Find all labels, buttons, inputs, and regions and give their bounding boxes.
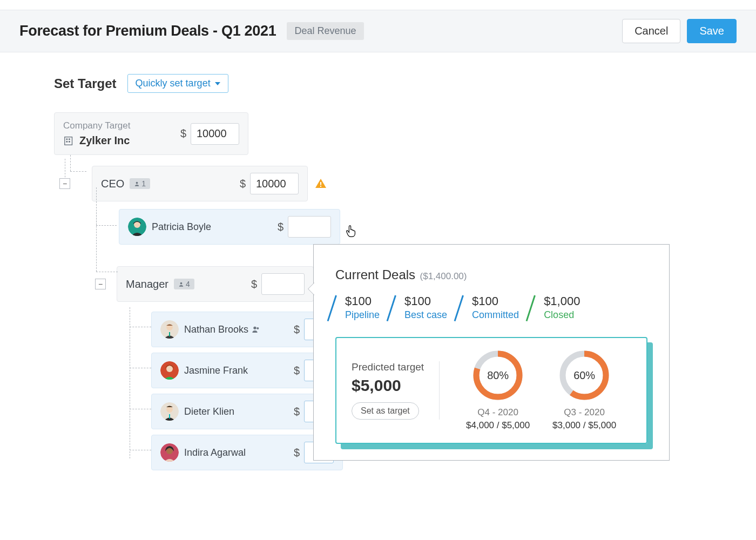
page-header: Forecast for Premium Deals - Q1 2021 Dea… xyxy=(0,10,756,52)
avatar xyxy=(128,218,146,236)
currency-symbol: $ xyxy=(294,406,300,418)
svg-point-15 xyxy=(256,327,259,329)
user-name: Dieter Klien xyxy=(184,406,234,417)
building-icon xyxy=(63,135,75,147)
currency-symbol: $ xyxy=(240,178,246,190)
predicted-value: $5,000 xyxy=(352,376,401,395)
warning-icon xyxy=(314,177,327,190)
stage-value: $100 xyxy=(404,294,447,308)
gauge-donut: 80% xyxy=(473,350,523,401)
svg-point-17 xyxy=(166,366,173,372)
popover-arrow-icon xyxy=(308,282,315,295)
chevron-down-icon xyxy=(215,82,220,85)
manager-count: 4 xyxy=(186,280,190,288)
avatar xyxy=(160,320,179,339)
stage-value: $1,000 xyxy=(544,294,580,308)
people-icon xyxy=(252,325,260,334)
stage-name: Committed xyxy=(472,309,519,321)
manager-count-chip: 4 xyxy=(174,279,194,289)
stage-name: Pipeline xyxy=(345,309,380,321)
quickly-set-target-label: Quickly set target xyxy=(136,78,211,89)
currency-symbol: $ xyxy=(294,323,300,336)
stage-name: Closed xyxy=(544,309,580,321)
stage-slash-icon xyxy=(526,295,536,321)
stage-slash-icon xyxy=(327,295,337,321)
company-target-card: Company Target Zylker Inc $ xyxy=(54,112,248,155)
user-name: Indira Agarwal xyxy=(184,447,246,458)
collapse-toggle-manager[interactable]: − xyxy=(95,279,106,289)
popover-total: ($1,400.00) xyxy=(420,271,467,281)
current-deals-popover: Current Deals ($1,400.00) $100 Pipeline … xyxy=(313,244,670,461)
currency-symbol: $ xyxy=(278,221,284,233)
svg-rect-1 xyxy=(66,138,68,140)
user-name: Jasmine Frank xyxy=(184,365,248,376)
ceo-role-card: CEO 1 $ xyxy=(92,166,308,201)
svg-rect-2 xyxy=(69,138,70,140)
gauge-block: 80% Q4 - 2020 $4,000 / $5,000 xyxy=(455,350,541,431)
manager-role-card: Manager 4 $ xyxy=(117,266,314,302)
deal-stage: $1,000 Closed xyxy=(534,294,580,321)
svg-rect-0 xyxy=(65,137,72,145)
gauge-label: Q4 - 2020 xyxy=(477,407,518,418)
avatar xyxy=(160,402,179,421)
svg-rect-13 xyxy=(169,332,170,336)
deal-stage: $100 Committed xyxy=(462,294,519,321)
gauge-percent: 80% xyxy=(473,350,523,401)
person-icon xyxy=(178,281,184,287)
currency-symbol: $ xyxy=(294,447,300,459)
company-target-input[interactable] xyxy=(191,123,239,145)
avatar xyxy=(160,361,179,380)
currency-symbol: $ xyxy=(180,127,186,140)
cancel-button[interactable]: Cancel xyxy=(622,19,680,43)
stage-value: $100 xyxy=(472,294,519,308)
cursor-hand-icon xyxy=(346,224,357,238)
set-as-target-button[interactable]: Set as target xyxy=(352,402,419,420)
deal-revenue-badge: Deal Revenue xyxy=(287,22,363,40)
user-name: Nathan Brooks xyxy=(184,324,248,335)
deal-stage: $100 Best case xyxy=(395,294,447,321)
stage-value: $100 xyxy=(345,294,380,308)
collapse-toggle-ceo[interactable]: − xyxy=(59,178,70,189)
gauge-label: Q3 - 2020 xyxy=(564,407,605,418)
person-icon xyxy=(134,181,140,187)
svg-rect-6 xyxy=(320,182,321,185)
svg-point-5 xyxy=(136,181,138,184)
stage-slash-icon xyxy=(387,295,396,321)
user-card-patricia[interactable]: Patricia Boyle $ xyxy=(119,209,340,245)
manager-role-label: Manager xyxy=(126,278,168,291)
stage-slash-icon xyxy=(454,295,464,321)
svg-rect-4 xyxy=(69,141,70,143)
gauge-percent: 60% xyxy=(559,350,610,401)
svg-point-14 xyxy=(253,327,256,329)
popover-title: Current Deals xyxy=(335,267,415,282)
predicted-target-card: Predicted target $5,000 Set as target 80… xyxy=(335,337,647,444)
gauge-donut: 60% xyxy=(559,350,610,401)
ceo-role-label: CEO xyxy=(101,178,124,190)
deal-stage: $100 Pipeline xyxy=(335,294,380,321)
gauge-ratio: $3,000 / $5,000 xyxy=(552,420,616,431)
ceo-count: 1 xyxy=(141,179,146,188)
svg-rect-20 xyxy=(169,414,170,418)
company-target-label: Company Target xyxy=(63,120,130,131)
avatar xyxy=(160,443,179,462)
currency-symbol: $ xyxy=(251,278,257,291)
manager-target-input[interactable] xyxy=(261,273,305,295)
svg-point-10 xyxy=(180,282,183,284)
user-name: Patricia Boyle xyxy=(152,221,211,233)
company-name: Zylker Inc xyxy=(79,134,130,147)
currency-symbol: $ xyxy=(294,364,300,377)
ceo-target-input[interactable] xyxy=(250,173,299,194)
quickly-set-target-dropdown[interactable]: Quickly set target xyxy=(127,74,228,93)
svg-rect-3 xyxy=(66,141,68,143)
section-title: Set Target xyxy=(54,76,117,91)
stage-name: Best case xyxy=(404,309,447,321)
patricia-target-input[interactable] xyxy=(288,216,331,238)
page-title: Forecast for Premium Deals - Q1 2021 xyxy=(19,23,276,39)
predicted-label: Predicted target xyxy=(352,361,424,373)
gauge-block: 60% Q3 - 2020 $3,000 / $5,000 xyxy=(541,350,627,431)
save-button[interactable]: Save xyxy=(687,19,737,43)
ceo-count-chip: 1 xyxy=(130,178,150,189)
svg-rect-7 xyxy=(320,186,321,187)
gauge-ratio: $4,000 / $5,000 xyxy=(466,420,530,431)
